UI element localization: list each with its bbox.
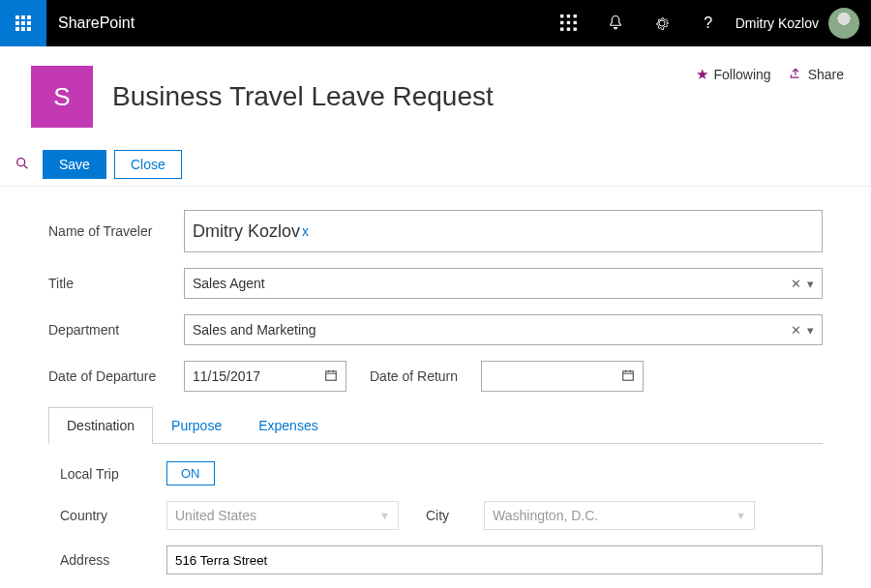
command-bar: Save Close — [0, 143, 871, 186]
calendar-icon[interactable] — [324, 368, 338, 385]
tab-destination[interactable]: Destination — [48, 407, 153, 444]
top-icons: ? Dmitry Kozlov — [546, 0, 871, 46]
close-button[interactable]: Close — [114, 150, 182, 179]
destination-panel: Local Trip ON Country United States ▼ Ci… — [48, 461, 823, 574]
notifications-icon[interactable] — [592, 0, 639, 46]
svg-rect-4 — [21, 21, 25, 25]
share-button[interactable]: Share — [789, 66, 844, 83]
brand-label: SharePoint — [58, 15, 546, 32]
svg-rect-1 — [21, 15, 25, 19]
page-header: S Business Travel Leave Request ★ Follow… — [0, 46, 871, 143]
svg-rect-19 — [326, 370, 337, 379]
tabs: Destination Purpose Expenses — [48, 407, 823, 444]
page-title: Business Travel Leave Request — [112, 81, 494, 112]
save-button[interactable]: Save — [43, 150, 106, 179]
city-label: City — [426, 508, 484, 523]
page-actions: ★ Following Share — [696, 66, 845, 83]
departure-label: Date of Departure — [48, 368, 184, 384]
title-value: Sales Agent — [193, 276, 265, 291]
title-field[interactable]: Sales Agent ✕ ▾ — [184, 268, 823, 299]
site-tile[interactable]: S — [31, 66, 93, 128]
share-label: Share — [808, 67, 844, 82]
title-label: Title — [48, 276, 184, 291]
search-icon[interactable] — [10, 156, 35, 174]
remove-person-icon[interactable]: x — [302, 223, 309, 239]
app-launcher-button[interactable] — [0, 0, 46, 46]
svg-rect-7 — [21, 27, 25, 31]
department-value: Sales and Marketing — [193, 322, 316, 338]
city-value: Washington, D.C. — [493, 508, 598, 523]
chevron-down-icon: ▼ — [379, 510, 390, 521]
traveler-field[interactable]: Dmitry Kozlov x — [184, 210, 823, 252]
local-trip-toggle[interactable]: ON — [166, 461, 215, 485]
svg-rect-13 — [566, 21, 569, 24]
departure-date-value: 11/15/2017 — [193, 368, 260, 384]
tab-purpose[interactable]: Purpose — [153, 407, 240, 444]
clear-icon[interactable]: ✕ — [791, 277, 801, 291]
traveler-value: Dmitry Kozlov — [193, 221, 300, 242]
svg-rect-2 — [27, 15, 31, 19]
country-value: United States — [175, 508, 256, 523]
svg-rect-15 — [560, 28, 563, 31]
departure-date-field[interactable]: 11/15/2017 — [184, 361, 346, 392]
svg-rect-6 — [15, 27, 19, 31]
calendar-icon[interactable] — [621, 368, 635, 385]
command-bar-wrap: Save Close — [0, 143, 871, 187]
department-label: Department — [48, 322, 184, 338]
return-date-field[interactable] — [481, 361, 644, 392]
follow-label: Following — [714, 67, 771, 82]
global-nav: SharePoint ? Dmitry Kozlov — [0, 0, 871, 46]
country-label: Country — [60, 508, 166, 523]
svg-rect-17 — [573, 28, 576, 31]
svg-rect-16 — [566, 28, 569, 31]
city-field[interactable]: Washington, D.C. ▼ — [484, 501, 755, 530]
chevron-down-icon[interactable]: ▾ — [807, 323, 814, 338]
return-label: Date of Return — [370, 368, 458, 384]
svg-point-18 — [17, 158, 25, 165]
svg-rect-12 — [560, 21, 563, 24]
apps-icon[interactable] — [546, 0, 592, 46]
department-field[interactable]: Sales and Marketing ✕ ▾ — [184, 314, 823, 345]
chevron-down-icon: ▼ — [736, 510, 746, 521]
avatar[interactable] — [828, 8, 859, 39]
svg-rect-9 — [560, 15, 563, 17]
svg-rect-10 — [566, 15, 569, 17]
help-icon[interactable]: ? — [685, 0, 732, 46]
tab-expenses[interactable]: Expenses — [240, 407, 336, 444]
form: Name of Traveler Dmitry Kozlov x Title S… — [0, 187, 871, 574]
waffle-icon — [15, 15, 31, 31]
username-label: Dmitry Kozlov — [732, 15, 828, 31]
svg-rect-8 — [27, 27, 31, 31]
share-icon — [789, 67, 802, 83]
local-trip-label: Local Trip — [60, 466, 166, 482]
svg-rect-3 — [15, 21, 19, 25]
svg-rect-0 — [15, 15, 19, 19]
svg-rect-20 — [623, 370, 634, 379]
follow-button[interactable]: ★ Following — [696, 66, 771, 83]
svg-rect-11 — [573, 15, 576, 17]
clear-icon[interactable]: ✕ — [791, 323, 801, 338]
settings-icon[interactable] — [639, 0, 685, 46]
star-icon: ★ — [696, 66, 708, 83]
country-field[interactable]: United States ▼ — [166, 501, 399, 530]
svg-rect-5 — [27, 21, 31, 25]
address-field[interactable] — [166, 545, 823, 574]
traveler-label: Name of Traveler — [48, 223, 184, 239]
address-label: Address — [60, 552, 166, 568]
svg-rect-14 — [573, 21, 576, 24]
chevron-down-icon[interactable]: ▾ — [807, 277, 814, 291]
